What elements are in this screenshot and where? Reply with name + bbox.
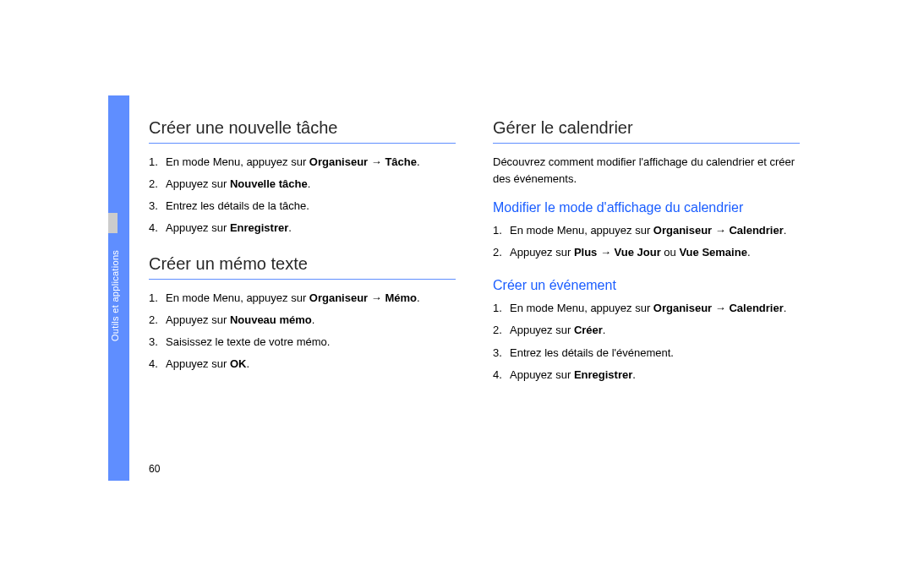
list-item: En mode Menu, appuyez sur Organiseur → T… — [149, 154, 456, 171]
list-item: Entrez les détails de l'événement. — [493, 345, 800, 362]
list-item: En mode Menu, appuyez sur Organiseur → C… — [493, 222, 800, 239]
list-item: Saisissez le texte de votre mémo. — [149, 334, 456, 351]
list-item: Appuyez sur Enregistrer. — [149, 220, 456, 237]
steps-modify-view: En mode Menu, appuyez sur Organiseur → C… — [493, 222, 800, 261]
heading-create-task: Créer une nouvelle tâche — [149, 118, 456, 144]
steps-create-memo: En mode Menu, appuyez sur Organiseur → M… — [149, 290, 456, 373]
list-item: Entrez les détails de la tâche. — [149, 198, 456, 215]
heading-create-memo: Créer un mémo texte — [149, 254, 456, 280]
heading-modify-view: Modifier le mode d'affichage du calendri… — [493, 200, 800, 215]
list-item: Appuyez sur OK. — [149, 356, 456, 373]
content: Créer une nouvelle tâche En mode Menu, a… — [149, 118, 800, 400]
intro-calendar: Découvrez comment modifier l'affichage d… — [493, 154, 800, 187]
list-item: En mode Menu, appuyez sur Organiseur → M… — [149, 290, 456, 307]
list-item: Appuyez sur Enregistrer. — [493, 367, 800, 384]
heading-manage-calendar: Gérer le calendrier — [493, 118, 800, 144]
steps-create-task: En mode Menu, appuyez sur Organiseur → T… — [149, 154, 456, 237]
page-number: 60 — [149, 463, 160, 475]
list-item: Appuyez sur Nouveau mémo. — [149, 312, 456, 329]
list-item: En mode Menu, appuyez sur Organiseur → C… — [493, 300, 800, 317]
sidebar-label: Outils et applications — [110, 241, 127, 351]
heading-create-event: Créer un événement — [493, 278, 800, 293]
list-item: Appuyez sur Plus → Vue Jour ou Vue Semai… — [493, 244, 800, 261]
sidebar-notch — [108, 213, 118, 233]
page: Outils et applications Créer une nouvell… — [0, 0, 913, 588]
steps-create-event: En mode Menu, appuyez sur Organiseur → C… — [493, 300, 800, 384]
column-left: Créer une nouvelle tâche En mode Menu, a… — [149, 118, 456, 400]
column-right: Gérer le calendrier Découvrez comment mo… — [493, 118, 800, 400]
list-item: Appuyez sur Créer. — [493, 322, 800, 339]
list-item: Appuyez sur Nouvelle tâche. — [149, 176, 456, 193]
